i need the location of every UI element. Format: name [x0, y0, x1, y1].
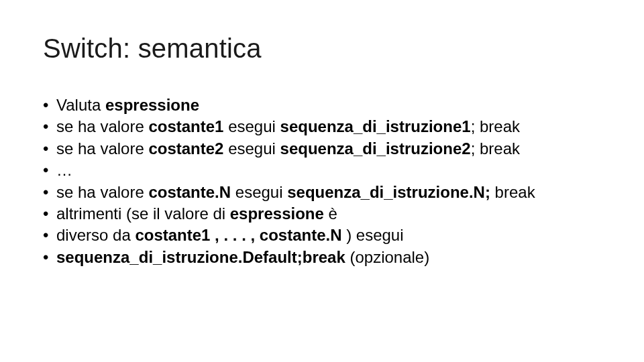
- bullet-text: sequenza_di_istruzione.Default;break (op…: [56, 247, 429, 268]
- bullet-marker-icon: •: [43, 182, 56, 203]
- bullet-text: se ha valore costante1 esegui sequenza_d…: [56, 116, 520, 137]
- bullet-text: altrimenti (se il valore di espressione …: [56, 203, 337, 225]
- bullet-marker-icon: •: [43, 138, 56, 160]
- bullet-marker-icon: •: [43, 116, 56, 137]
- bullet-marker-icon: •: [43, 247, 56, 268]
- bullet-marker-icon: •: [43, 160, 56, 181]
- bullet-text: Valuta espressione: [56, 95, 199, 116]
- bullet-text: se ha valore costante.N esegui sequenza_…: [56, 182, 535, 203]
- bullet-item: •Valuta espressione: [43, 95, 601, 116]
- slide-title: Switch: semantica: [43, 34, 601, 64]
- slide: Switch: semantica •Valuta espressione•se…: [0, 0, 644, 362]
- bullet-item: •se ha valore costante.N esegui sequenza…: [43, 182, 601, 203]
- bullet-item: •se ha valore costante2 esegui sequenza_…: [43, 138, 601, 160]
- bullet-item: •se ha valore costante1 esegui sequenza_…: [43, 116, 601, 137]
- bullet-text: se ha valore costante2 esegui sequenza_d…: [56, 138, 520, 160]
- bullet-marker-icon: •: [43, 225, 56, 246]
- bullet-item: •…: [43, 160, 601, 181]
- bullet-text: …: [56, 160, 72, 181]
- bullet-marker-icon: •: [43, 203, 56, 225]
- bullet-list: •Valuta espressione•se ha valore costant…: [43, 95, 601, 268]
- bullet-text: diverso da costante1 , . . . , costante.…: [56, 225, 404, 246]
- bullet-item: •sequenza_di_istruzione.Default;break (o…: [43, 247, 601, 268]
- bullet-marker-icon: •: [43, 95, 56, 116]
- bullet-item: •altrimenti (se il valore di espressione…: [43, 203, 601, 225]
- bullet-item: •diverso da costante1 , . . . , costante…: [43, 225, 601, 246]
